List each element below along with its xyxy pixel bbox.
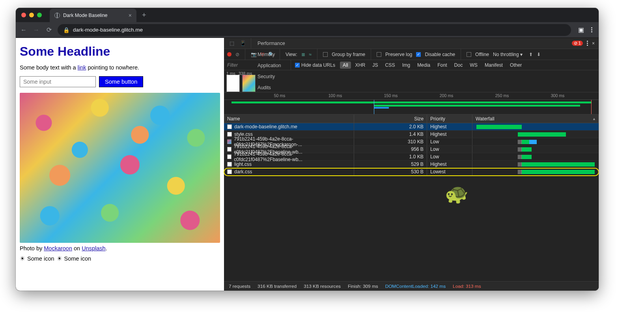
filter-type-manifest[interactable]: Manifest bbox=[482, 62, 506, 69]
maximize-window-icon[interactable] bbox=[37, 13, 42, 17]
profile-icon[interactable]: ▣ bbox=[578, 26, 584, 34]
network-table-header: Name Size Priority Waterfall▲ bbox=[224, 115, 599, 123]
close-devtools-icon[interactable]: × bbox=[592, 41, 595, 46]
waterfall-view-icon[interactable]: ≈ bbox=[309, 52, 312, 57]
file-size: 956 B bbox=[354, 146, 427, 153]
waterfall-cell bbox=[472, 131, 599, 138]
credit-author-link[interactable]: Mockaroon bbox=[44, 245, 72, 252]
clear-icon[interactable]: ⊘ bbox=[235, 52, 239, 57]
file-priority: Highest bbox=[427, 123, 472, 130]
status-finish: Finish: 309 ms bbox=[348, 283, 378, 289]
status-dcl: DOMContentLoaded: 142 ms bbox=[385, 283, 446, 289]
browser-menu-icon[interactable] bbox=[591, 27, 592, 32]
new-tab-button[interactable]: + bbox=[136, 11, 152, 19]
group-by-frame-checkbox[interactable] bbox=[323, 52, 328, 57]
tick: 150 ms bbox=[384, 93, 398, 98]
filter-type-ws[interactable]: WS bbox=[467, 62, 480, 69]
devtools-tab-performance[interactable]: Performance bbox=[254, 38, 289, 49]
waterfall-cell bbox=[472, 146, 599, 153]
error-count-badge[interactable]: ⊘ 1 bbox=[572, 41, 583, 46]
sun-icon: ☀ bbox=[57, 255, 62, 262]
network-row[interactable]: light.css529 BHighest bbox=[224, 161, 599, 168]
browser-tab[interactable]: Dark Mode Baseline × bbox=[50, 9, 136, 22]
device-toolbar-icon[interactable]: 📱 bbox=[237, 40, 248, 46]
icon-label: Some icon bbox=[64, 255, 91, 262]
preserve-log-checkbox[interactable] bbox=[377, 52, 381, 57]
close-tab-icon[interactable]: × bbox=[129, 12, 132, 19]
network-row[interactable]: dark.css530 BLowest bbox=[224, 168, 599, 176]
sun-icon: ☀ bbox=[20, 255, 25, 262]
offline-checkbox[interactable] bbox=[467, 52, 471, 57]
back-icon[interactable]: ← bbox=[20, 26, 28, 34]
file-priority: Lowest bbox=[427, 168, 472, 175]
waterfall-cell bbox=[472, 161, 599, 168]
network-row[interactable]: 791b2241-459b-4a2e-8cca-c0fdc21f0487%2Fb… bbox=[224, 153, 599, 161]
file-priority: Low bbox=[427, 146, 472, 153]
filmstrip-frame[interactable] bbox=[242, 75, 256, 92]
file-priority: Low bbox=[427, 138, 472, 145]
hide-data-urls-checkbox[interactable]: ✓ bbox=[295, 63, 300, 68]
file-name: dark-mode-baseline.glitch.me bbox=[234, 124, 297, 130]
page-headline: Some Headline bbox=[20, 44, 220, 59]
export-har-icon[interactable]: ⬇ bbox=[537, 52, 541, 57]
disable-cache-checkbox[interactable]: ✓ bbox=[416, 52, 421, 57]
filter-type-other[interactable]: Other bbox=[507, 62, 525, 69]
filmstrip: 1 ms 338 ms bbox=[224, 70, 599, 92]
search-icon[interactable]: 🔍 bbox=[268, 52, 274, 57]
col-waterfall[interactable]: Waterfall▲ bbox=[472, 115, 599, 123]
body-link[interactable]: link bbox=[78, 64, 86, 71]
timeline-overview[interactable]: 50 ms100 ms150 ms200 ms250 ms300 ms bbox=[224, 92, 599, 115]
tick: 50 ms bbox=[274, 93, 286, 98]
globe-icon bbox=[54, 13, 60, 18]
large-rows-icon[interactable]: ≣ bbox=[301, 52, 305, 57]
filter-type-css[interactable]: CSS bbox=[383, 62, 398, 69]
forward-icon: → bbox=[32, 26, 40, 34]
filter-type-media[interactable]: Media bbox=[414, 62, 433, 69]
filter-type-xhr[interactable]: XHR bbox=[353, 62, 368, 69]
url-text: dark-mode-baseline.glitch.me bbox=[73, 27, 143, 33]
icons-row: ☀ Some icon ☀ Some icon bbox=[20, 255, 220, 262]
network-row[interactable]: dark-mode-baseline.glitch.me2.0 KBHighes… bbox=[224, 123, 599, 131]
tab-title: Dark Mode Baseline bbox=[63, 13, 108, 18]
file-size: 310 KB bbox=[354, 138, 427, 145]
tick: 100 ms bbox=[329, 93, 342, 98]
screenshot-icon[interactable]: 📷 bbox=[251, 52, 257, 57]
demo-button[interactable]: Some button bbox=[99, 76, 143, 87]
record-icon[interactable] bbox=[227, 52, 231, 56]
filter-type-img[interactable]: Img bbox=[399, 62, 413, 69]
filter-type-all[interactable]: All bbox=[340, 62, 351, 69]
throttling-select[interactable]: No throttling ▾ bbox=[493, 52, 523, 57]
titlebar: Dark Mode Baseline × + bbox=[16, 8, 599, 22]
file-priority: Highest bbox=[427, 161, 472, 168]
file-priority: Highest bbox=[427, 131, 472, 138]
filter-type-doc[interactable]: Doc bbox=[452, 62, 466, 69]
file-icon bbox=[227, 139, 231, 144]
file-size: 1.4 KB bbox=[354, 131, 427, 138]
turtle-icon: 🐢 bbox=[445, 182, 469, 205]
close-window-icon[interactable] bbox=[21, 13, 26, 17]
col-priority[interactable]: Priority bbox=[427, 115, 472, 123]
inspect-element-icon[interactable]: ⬚ bbox=[227, 40, 237, 46]
status-resources: 313 KB resources bbox=[304, 283, 341, 289]
traffic-lights bbox=[21, 8, 42, 22]
filter-type-js[interactable]: JS bbox=[370, 62, 381, 69]
filter-type-font[interactable]: Font bbox=[435, 62, 450, 69]
network-rows: 🐢 dark-mode-baseline.glitch.me2.0 KBHigh… bbox=[224, 123, 599, 176]
minimize-window-icon[interactable] bbox=[29, 13, 34, 17]
import-har-icon[interactable]: ⬆ bbox=[529, 52, 533, 57]
filter-icon[interactable]: ▽ bbox=[261, 52, 264, 57]
reload-icon[interactable]: ⟳ bbox=[45, 26, 53, 34]
demo-input[interactable] bbox=[20, 76, 96, 87]
status-load: Load: 313 ms bbox=[453, 283, 481, 289]
credit-site-link[interactable]: Unsplash bbox=[82, 245, 105, 252]
col-size[interactable]: Size bbox=[354, 115, 427, 123]
file-priority: Low bbox=[427, 153, 472, 160]
filmstrip-size: 338 ms bbox=[239, 71, 252, 76]
devtools-menu-icon[interactable] bbox=[587, 41, 588, 46]
col-name[interactable]: Name bbox=[224, 115, 354, 123]
file-icon bbox=[227, 154, 231, 159]
url-field[interactable]: 🔒 dark-mode-baseline.glitch.me bbox=[58, 24, 571, 36]
filter-input[interactable]: Filter bbox=[224, 60, 291, 70]
status-requests: 7 requests bbox=[229, 283, 250, 289]
filmstrip-frame[interactable] bbox=[226, 75, 240, 92]
